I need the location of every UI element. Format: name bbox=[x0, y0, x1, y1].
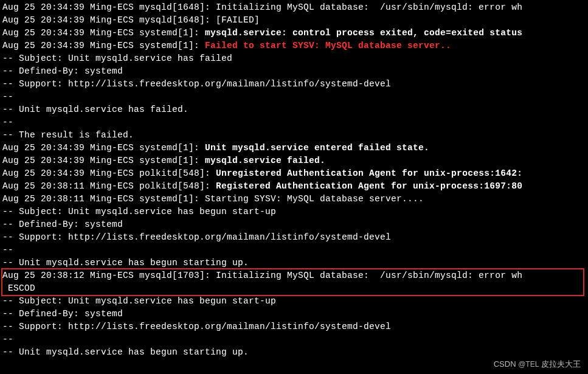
log-text: Aug 25 20:34:39 Ming-ECS systemd[1]: bbox=[2, 156, 205, 165]
log-text: -- Support: http://lists.freedesktop.org… bbox=[2, 322, 391, 331]
log-line: -- Support: http://lists.freedesktop.org… bbox=[2, 78, 586, 91]
log-line: Aug 25 20:34:39 Ming-ECS mysqld[1648]: [… bbox=[2, 14, 586, 27]
log-line: Aug 25 20:38:12 Ming-ECS mysqld[1703]: I… bbox=[2, 269, 586, 282]
log-text: -- The result is failed. bbox=[2, 130, 134, 140]
log-text: -- bbox=[2, 334, 19, 344]
log-text: -- Defined-By: systemd bbox=[2, 309, 123, 319]
log-text: Aug 25 20:38:12 Ming-ECS mysqld[1703]: I… bbox=[2, 271, 522, 280]
log-line: Aug 25 20:34:39 Ming-ECS systemd[1]: mys… bbox=[2, 27, 586, 40]
log-line: -- Subject: Unit mysqld.service has fail… bbox=[2, 52, 586, 65]
log-line: -- bbox=[2, 244, 586, 257]
watermark-author: 皮拉夫大王 bbox=[539, 359, 581, 369]
log-line: Aug 25 20:34:39 Ming-ECS mysqld[1648]: I… bbox=[2, 1, 586, 14]
log-line: Aug 25 20:34:39 Ming-ECS systemd[1]: Uni… bbox=[2, 142, 586, 154]
log-text: -- Subject: Unit mysqld.service has fail… bbox=[2, 54, 232, 63]
log-text: Aug 25 20:34:39 Ming-ECS systemd[1]: bbox=[2, 41, 205, 50]
log-text: -- Defined-By: systemd bbox=[2, 66, 123, 76]
log-text: Failed to start SYSV: MySQL database ser… bbox=[205, 41, 451, 50]
log-line: -- bbox=[2, 91, 586, 103]
watermark-site: CSDN bbox=[494, 359, 518, 369]
terminal-output: Aug 25 20:34:39 Ming-ECS mysqld[1648]: I… bbox=[2, 1, 586, 359]
log-line: Aug 25 20:38:11 Ming-ECS polkitd[548]: R… bbox=[2, 180, 586, 193]
log-text: -- Defined-By: systemd bbox=[2, 220, 123, 229]
log-text: Aug 25 20:34:39 Ming-ECS mysqld[1648]: [… bbox=[2, 15, 260, 25]
log-line: -- Defined-By: systemd bbox=[2, 308, 586, 320]
log-line: Aug 25 20:34:39 Ming-ECS polkitd[548]: U… bbox=[2, 167, 586, 180]
log-line: -- Unit mysqld.service has failed. bbox=[2, 103, 586, 116]
log-text: Unit mysqld.service entered failed state… bbox=[205, 143, 429, 153]
log-line: -- Defined-By: systemd bbox=[2, 218, 586, 231]
log-text: -- Subject: Unit mysqld.service has begu… bbox=[2, 296, 276, 306]
log-line: -- Unit mysqld.service has begun startin… bbox=[2, 346, 586, 359]
log-text: -- Subject: Unit mysqld.service has begu… bbox=[2, 207, 276, 216]
log-line: -- Defined-By: systemd bbox=[2, 65, 586, 78]
log-text: Aug 25 20:34:39 Ming-ECS polkitd[548]: bbox=[2, 168, 216, 178]
log-text: Aug 25 20:38:11 Ming-ECS systemd[1]: Sta… bbox=[2, 194, 424, 204]
log-text: Aug 25 20:34:39 Ming-ECS mysqld[1648]: I… bbox=[2, 2, 522, 12]
log-line: -- bbox=[2, 116, 586, 129]
log-text: mysqld.service: control process exited, … bbox=[205, 28, 522, 38]
log-text: -- Support: http://lists.freedesktop.org… bbox=[2, 232, 391, 242]
log-text: -- Support: http://lists.freedesktop.org… bbox=[2, 79, 391, 89]
log-line: Aug 25 20:34:39 Ming-ECS systemd[1]: mys… bbox=[2, 154, 586, 167]
watermark: CSDN @TEL 皮拉夫大王 bbox=[494, 359, 581, 370]
log-line: Aug 25 20:34:39 Ming-ECS systemd[1]: Fai… bbox=[2, 40, 586, 52]
log-text: -- bbox=[2, 245, 19, 255]
log-text: -- Unit mysqld.service has begun startin… bbox=[2, 347, 249, 357]
log-text: -- Unit mysqld.service has begun startin… bbox=[2, 258, 249, 268]
log-text: mysqld.service failed. bbox=[205, 156, 325, 165]
watermark-at: @TEL bbox=[518, 360, 539, 369]
log-text: Aug 25 20:38:11 Ming-ECS polkitd[548]: bbox=[2, 181, 216, 191]
log-text: -- Unit mysqld.service has failed. bbox=[2, 105, 189, 114]
log-line: -- Unit mysqld.service has begun startin… bbox=[2, 257, 586, 269]
log-line: ESCOD bbox=[2, 282, 586, 295]
log-text: Aug 25 20:34:39 Ming-ECS systemd[1]: bbox=[2, 143, 205, 153]
log-text: Aug 25 20:34:39 Ming-ECS systemd[1]: bbox=[2, 28, 205, 38]
log-line: Aug 25 20:38:11 Ming-ECS systemd[1]: Sta… bbox=[2, 193, 586, 206]
log-line: -- The result is failed. bbox=[2, 129, 586, 142]
log-text: -- bbox=[2, 117, 19, 127]
log-text: Registered Authentication Agent for unix… bbox=[216, 181, 522, 191]
log-line: -- Subject: Unit mysqld.service has begu… bbox=[2, 295, 586, 308]
log-text: Unregistered Authentication Agent for un… bbox=[216, 168, 522, 178]
log-text: -- bbox=[2, 92, 19, 102]
log-text: ESCOD bbox=[2, 283, 35, 293]
log-line: -- bbox=[2, 333, 586, 346]
log-line: -- Support: http://lists.freedesktop.org… bbox=[2, 320, 586, 333]
log-line: -- Subject: Unit mysqld.service has begu… bbox=[2, 206, 586, 218]
log-line: -- Support: http://lists.freedesktop.org… bbox=[2, 231, 586, 244]
